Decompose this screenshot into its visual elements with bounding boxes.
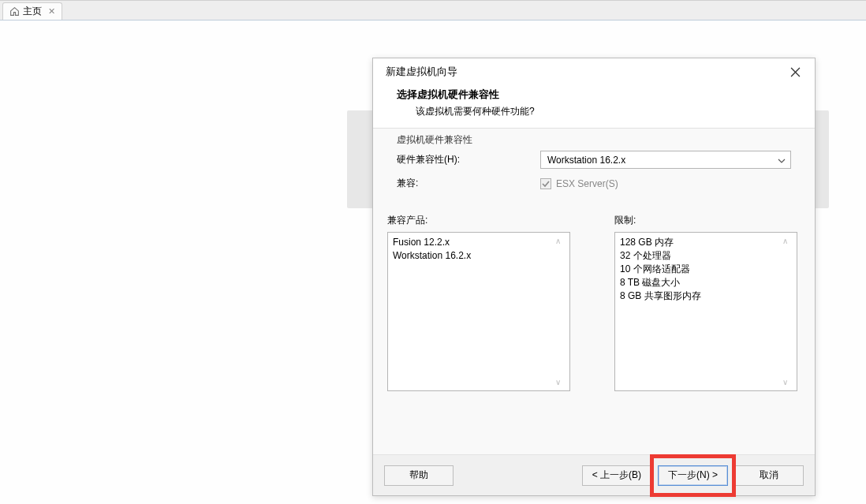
list-item: 32 个处理器 bbox=[620, 249, 792, 263]
tab-label: 主页 bbox=[23, 5, 42, 18]
group-label: 虚拟机硬件兼容性 bbox=[394, 133, 476, 147]
list-item: 128 GB 内存 bbox=[620, 236, 792, 249]
check-icon bbox=[542, 180, 550, 188]
columns: ∧ ∨ Fusion 12.2.xWorkstation 16.2.x ∧ ∨ … bbox=[387, 232, 801, 391]
tab-home[interactable]: 主页 ✕ bbox=[2, 2, 62, 20]
select-value: Workstation 16.2.x bbox=[547, 155, 625, 166]
compatible-row: 兼容: ESX Server(S) bbox=[397, 177, 791, 190]
limits-label: 限制: bbox=[614, 214, 636, 227]
compatible-label: 兼容: bbox=[397, 177, 540, 190]
cancel-button[interactable]: 取消 bbox=[734, 465, 804, 486]
hardware-compat-group: 虚拟机硬件兼容性 硬件兼容性(H): Workstation 16.2.x 兼容… bbox=[387, 140, 801, 206]
section-description: 该虚拟机需要何种硬件功能? bbox=[397, 105, 791, 118]
help-button[interactable]: 帮助 bbox=[384, 465, 454, 486]
next-button[interactable]: 下一步(N) > bbox=[658, 465, 728, 486]
compatible-products-list[interactable]: ∧ ∨ Fusion 12.2.xWorkstation 16.2.x bbox=[387, 232, 570, 391]
chevron-down-icon bbox=[778, 155, 786, 166]
new-vm-wizard-dialog: 新建虚拟机向导 选择虚拟机硬件兼容性 该虚拟机需要何种硬件功能? 虚拟机硬件兼容… bbox=[372, 58, 816, 496]
back-button[interactable]: < 上一步(B) bbox=[582, 465, 651, 486]
scroll-down-icon: ∨ bbox=[782, 375, 793, 389]
close-icon bbox=[790, 67, 801, 77]
scroll-down-icon: ∨ bbox=[555, 375, 566, 389]
home-icon bbox=[9, 6, 20, 17]
list-item[interactable]: Workstation 16.2.x bbox=[393, 249, 565, 263]
esx-checkbox bbox=[540, 178, 551, 189]
columns-header: 兼容产品: 限制: bbox=[387, 214, 801, 227]
dialog-footer: 帮助 < 上一步(B) 下一步(N) > 取消 bbox=[373, 454, 815, 495]
list-item: 8 TB 磁盘大小 bbox=[620, 276, 792, 289]
scroll-up-icon: ∧ bbox=[782, 234, 793, 248]
dialog-body: 虚拟机硬件兼容性 硬件兼容性(H): Workstation 16.2.x 兼容… bbox=[373, 129, 815, 454]
dialog-close-button[interactable] bbox=[783, 62, 807, 81]
esx-label: ESX Server(S) bbox=[556, 178, 618, 189]
compat-row: 硬件兼容性(H): Workstation 16.2.x bbox=[397, 151, 791, 169]
dialog-titlebar: 新建虚拟机向导 bbox=[373, 58, 815, 85]
list-item: 10 个网络适配器 bbox=[620, 263, 792, 276]
section-title: 选择虚拟机硬件兼容性 bbox=[397, 88, 791, 102]
list-item: 8 GB 共享图形内存 bbox=[620, 289, 792, 303]
tab-close-icon[interactable]: ✕ bbox=[48, 6, 55, 17]
dialog-subheader: 选择虚拟机硬件兼容性 该虚拟机需要何种硬件功能? bbox=[373, 85, 815, 128]
tab-bar: 主页 ✕ bbox=[0, 0, 866, 21]
compat-label: 硬件兼容性(H): bbox=[397, 153, 540, 166]
limits-list[interactable]: ∧ ∨ 128 GB 内存32 个处理器10 个网络适配器8 TB 磁盘大小8 … bbox=[614, 232, 797, 391]
hardware-compat-select[interactable]: Workstation 16.2.x bbox=[540, 151, 791, 169]
esx-checkbox-row: ESX Server(S) bbox=[540, 178, 618, 189]
products-label: 兼容产品: bbox=[387, 214, 570, 227]
dialog-title: 新建虚拟机向导 bbox=[386, 65, 457, 79]
scroll-up-icon: ∧ bbox=[555, 234, 566, 248]
list-item[interactable]: Fusion 12.2.x bbox=[393, 236, 565, 249]
